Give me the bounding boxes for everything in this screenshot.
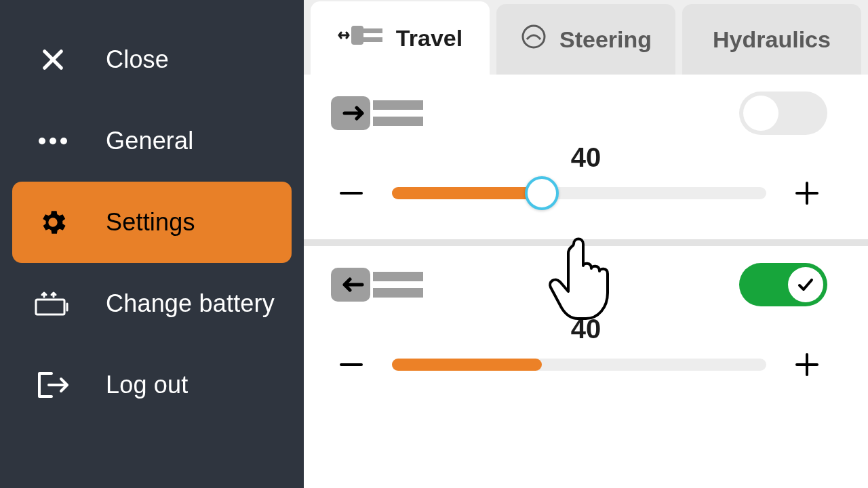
steering-icon	[520, 23, 547, 56]
section-forward-slider-row	[304, 173, 868, 239]
tab-label: Hydraulics	[713, 26, 831, 53]
decrease-button[interactable]	[331, 344, 372, 385]
svg-rect-7	[351, 26, 363, 45]
increase-button[interactable]	[787, 344, 827, 385]
sidebar-item-change-battery[interactable]: Change battery	[12, 263, 292, 344]
svg-rect-9	[363, 37, 382, 42]
sidebar-item-settings[interactable]: Settings	[12, 182, 292, 263]
svg-rect-13	[373, 117, 423, 126]
slider-fill	[392, 187, 542, 199]
section-backward-slider[interactable]	[392, 359, 766, 371]
svg-rect-12	[373, 100, 423, 110]
tab-bar: Travel Steering Hydraulics	[304, 0, 868, 75]
svg-rect-19	[373, 288, 423, 298]
section-backward-value: 40	[304, 314, 868, 344]
increase-button[interactable]	[787, 173, 827, 214]
tab-travel[interactable]: Travel	[311, 1, 490, 75]
travel-icon	[338, 22, 384, 54]
more-icon	[33, 136, 73, 146]
svg-point-2	[39, 138, 45, 144]
slider-thumb[interactable]	[525, 176, 559, 210]
svg-point-4	[60, 138, 67, 144]
section-backward-header	[304, 246, 868, 308]
sidebar-item-label: Close	[106, 45, 169, 74]
sidebar-item-label: Change battery	[106, 289, 275, 318]
sidebar-item-general[interactable]: General	[12, 100, 292, 182]
section-backward-toggle[interactable]	[739, 263, 827, 306]
tab-hydraulics[interactable]: Hydraulics	[682, 4, 861, 75]
forklift-forward-icon	[331, 89, 426, 137]
sidebar-item-label: Settings	[106, 208, 195, 237]
section-forward-header	[304, 75, 868, 137]
close-icon	[33, 45, 73, 74]
svg-rect-18	[373, 272, 423, 281]
sidebar-item-log-out[interactable]: Log out	[12, 344, 292, 426]
section-backward-slider-row	[304, 344, 868, 385]
svg-rect-5	[36, 300, 64, 314]
sidebar-item-label: General	[106, 127, 193, 155]
section-forward-toggle[interactable]	[739, 92, 827, 135]
section-divider	[304, 239, 868, 246]
settings-panel: 40	[304, 75, 868, 488]
sidebar: Close General Settings Change battery	[0, 0, 304, 488]
toggle-knob	[788, 267, 823, 302]
gear-icon	[33, 207, 73, 238]
toggle-knob	[743, 96, 778, 131]
logout-icon	[33, 371, 73, 399]
svg-rect-8	[363, 28, 382, 33]
section-forward-value: 40	[304, 142, 868, 173]
sidebar-item-close[interactable]: Close	[12, 19, 292, 100]
tab-label: Steering	[559, 26, 652, 53]
main-panel: Travel Steering Hydraulics	[304, 0, 868, 488]
sidebar-item-label: Log out	[106, 371, 189, 399]
tab-label: Travel	[396, 25, 462, 52]
battery-swap-icon	[33, 290, 73, 317]
slider-fill	[392, 359, 542, 371]
svg-point-10	[523, 26, 545, 47]
section-forward-slider[interactable]	[392, 187, 766, 199]
decrease-button[interactable]	[331, 173, 372, 214]
tab-steering[interactable]: Steering	[496, 4, 675, 75]
forklift-backward-icon	[331, 261, 426, 308]
svg-point-3	[50, 138, 56, 144]
